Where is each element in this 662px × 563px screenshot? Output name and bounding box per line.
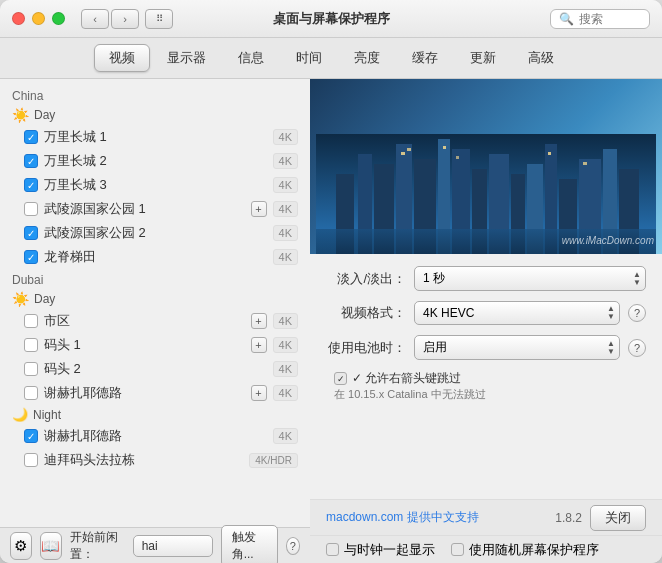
close-button[interactable] [12,12,25,25]
gear-icon: ⚙ [14,537,27,555]
battery-label: 使用电池时： [326,339,406,357]
preview-image: www.iMacDown.com [310,79,662,254]
clock-checkbox-row: 与时钟一起显示 [326,541,435,559]
checkbox[interactable] [24,250,38,264]
list-item: 码头 2 4K [0,357,310,381]
allow-arrow-label: ✓ 允许右箭头键跳过 [352,370,461,387]
format-label: 视频格式： [326,304,406,322]
plus-button[interactable]: + [251,385,267,401]
section-china: China [0,85,310,105]
window-title: 桌面与屏幕保护程序 [273,10,390,28]
checkbox[interactable] [24,314,38,328]
list-item: 武陵源国家公园 2 4K [0,221,310,245]
checkbox[interactable] [24,130,38,144]
checkbox[interactable] [24,154,38,168]
section-dubai: Dubai [0,269,310,289]
checkbox[interactable] [24,338,38,352]
plus-button[interactable]: + [251,201,267,217]
right-panel: www.iMacDown.com 淡入/淡出： 1 秒 ▲▼ 视频格式： [310,79,662,563]
tab-info[interactable]: 信息 [223,44,279,72]
tab-cache[interactable]: 缓存 [397,44,453,72]
select-arrows: ▲▼ [633,271,641,287]
list-item: 市区 + 4K [0,309,310,333]
maximize-button[interactable] [52,12,65,25]
random-label: 使用随机屏幕保护程序 [469,541,599,559]
scroll-area[interactable]: China ☀️ Day 万里长城 1 4K 万里长城 2 4K 万 [0,79,310,527]
select-arrows-2: ▲▼ [607,305,615,321]
touch-corner-button[interactable]: 触发角... [221,525,278,564]
checkbox[interactable] [24,453,38,467]
sun-icon: ☀️ [12,107,29,123]
battery-select[interactable]: 启用 ▲▼ [414,335,620,360]
clock-checkbox[interactable] [326,543,339,556]
format-value: 4K HEVC [423,306,474,320]
settings-panel: 淡入/淡出： 1 秒 ▲▼ 视频格式： 4K HEVC ▲▼ [310,254,662,499]
main-window: ‹ › ⠿ 桌面与屏幕保护程序 🔍 视频 显示器 信息 时间 亮度 缓存 更新 … [0,0,662,563]
format-select[interactable]: 4K HEVC ▲▼ [414,301,620,325]
svg-rect-20 [443,146,446,149]
svg-rect-21 [456,156,459,159]
gear-button[interactable]: ⚙ [10,532,32,560]
format-help[interactable]: ? [628,304,646,322]
arrow-checkbox[interactable]: ✓ [334,372,347,385]
plus-button[interactable]: + [251,313,267,329]
tab-video[interactable]: 视频 [94,44,150,72]
checkbox[interactable] [24,429,38,443]
minimize-button[interactable] [32,12,45,25]
tab-display[interactable]: 显示器 [152,44,221,72]
support-link[interactable]: macdown.com 提供中文支持 [326,509,479,526]
plus-button[interactable]: + [251,337,267,353]
list-item: 万里长城 3 4K [0,173,310,197]
random-checkbox-row: 使用随机屏幕保护程序 [451,541,599,559]
bottom-right-row: macdown.com 提供中文支持 1.8.2 关闭 [310,499,662,535]
moon-icon: 🌙 [12,407,28,422]
book-icon: 📖 [41,537,60,555]
battery-help[interactable]: ? [628,339,646,357]
catalina-note: 在 10.15.x Catalina 中无法跳过 [326,387,646,402]
fade-row: 淡入/淡出： 1 秒 ▲▼ [326,266,646,291]
fade-select[interactable]: 1 秒 ▲▼ [414,266,646,291]
tab-update[interactable]: 更新 [455,44,511,72]
random-checkbox[interactable] [451,543,464,556]
list-item: 码头 1 + 4K [0,333,310,357]
fade-label: 淡入/淡出： [326,270,406,288]
back-button[interactable]: ‹ [81,9,109,29]
checkbox[interactable] [24,226,38,240]
svg-rect-19 [407,148,411,151]
svg-rect-23 [583,162,587,165]
tab-brightness[interactable]: 亮度 [339,44,395,72]
list-item: 迪拜码头法拉栋 4K/HDR [0,448,310,472]
watermark: www.iMacDown.com [562,235,654,246]
battery-row: 使用电池时： 启用 ▲▼ ? [326,335,646,360]
tabbar: 视频 显示器 信息 时间 亮度 缓存 更新 高级 [0,38,662,79]
traffic-lights [12,12,65,25]
version-label: 1.8.2 [555,511,582,525]
time-header-dubai-day: ☀️ Day [0,289,310,309]
checkbox[interactable] [24,178,38,192]
bottom-left-toolbar: ⚙ 📖 开始前闲置： hai 触发角... ? [0,527,310,563]
nav-arrows: ‹ › [81,9,139,29]
help-button[interactable]: ? [286,537,300,555]
start-preset-dropdown[interactable]: hai [133,535,213,557]
split-row: China ☀️ Day 万里长城 1 4K 万里长城 2 4K 万 [0,79,662,563]
tab-advanced[interactable]: 高级 [513,44,569,72]
list-item: 谢赫扎耶德路 4K [0,424,310,448]
list-item: 武陵源国家公园 1 + 4K [0,197,310,221]
tab-time[interactable]: 时间 [281,44,337,72]
list-item: 龙脊梯田 4K [0,245,310,269]
close-button-right[interactable]: 关闭 [590,505,646,531]
book-button[interactable]: 📖 [40,532,62,560]
search-icon: 🔍 [559,12,574,26]
clock-label: 与时钟一起显示 [344,541,435,559]
search-input[interactable] [579,12,649,26]
forward-button[interactable]: › [111,9,139,29]
search-box[interactable]: 🔍 [550,9,650,29]
arrow-checkbox-row: ✓ ✓ 允许右箭头键跳过 [326,370,646,387]
checkbox[interactable] [24,362,38,376]
time-header-dubai-night: 🌙 Night [0,405,310,424]
checkbox[interactable] [24,386,38,400]
left-panel: China ☀️ Day 万里长城 1 4K 万里长城 2 4K 万 [0,79,310,563]
list-item: 万里长城 1 4K [0,125,310,149]
grid-button[interactable]: ⠿ [145,9,173,29]
checkbox[interactable] [24,202,38,216]
